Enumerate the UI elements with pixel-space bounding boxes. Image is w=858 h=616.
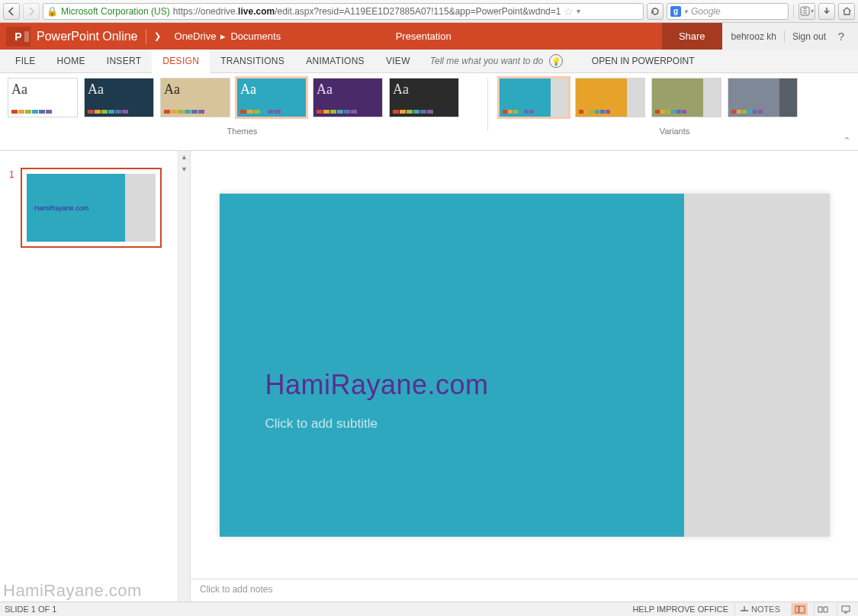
tab-animations[interactable]: ANIMATIONS bbox=[295, 50, 375, 72]
notes-toggle-button[interactable]: NOTES bbox=[734, 603, 785, 615]
downloads-button[interactable] bbox=[818, 3, 835, 20]
svg-rect-1 bbox=[24, 31, 29, 42]
svg-rect-2 bbox=[795, 606, 799, 613]
open-in-powerpoint-button[interactable]: OPEN IN POWERPOINT bbox=[592, 50, 695, 72]
sign-out-link[interactable]: Sign out bbox=[792, 31, 826, 42]
variant-option-1[interactable] bbox=[575, 78, 645, 117]
themes-group-label: Themes bbox=[8, 127, 477, 136]
svg-rect-3 bbox=[799, 606, 805, 613]
app-name: PowerPoint Online bbox=[37, 30, 138, 43]
tab-view[interactable]: VIEW bbox=[375, 50, 421, 72]
dropdown-caret-icon[interactable]: ▾ bbox=[577, 7, 580, 15]
browser-toolbar: 🔒 Microsoft Corporation (US) https://one… bbox=[0, 0, 858, 23]
tab-design[interactable]: DESIGN bbox=[152, 50, 210, 73]
theme-option-5[interactable]: Aa bbox=[389, 78, 459, 117]
share-button[interactable]: Share bbox=[662, 23, 722, 50]
slide-editor: HamiRayane.com Click to add subtitle Cli… bbox=[191, 151, 858, 602]
theme-preview-text: Aa bbox=[240, 82, 303, 98]
slideshow-view-button[interactable] bbox=[837, 603, 853, 615]
ribbon-tabs: FILE HOME INSERT DESIGN TRANSITIONS ANIM… bbox=[0, 50, 858, 73]
bookmark-menu-button[interactable]: ▾ bbox=[799, 3, 815, 20]
site-identity: Microsoft Corporation (US) bbox=[61, 6, 170, 17]
user-name[interactable]: behrooz kh bbox=[731, 31, 776, 42]
slide-thumbnail-item[interactable]: 1 HamiRayane.com bbox=[9, 168, 181, 248]
breadcrumb-folder-link[interactable]: Documents bbox=[230, 30, 281, 42]
reload-button[interactable] bbox=[647, 3, 664, 20]
scroll-up-icon[interactable]: ▲ bbox=[178, 151, 190, 163]
variant-option-0[interactable] bbox=[499, 78, 569, 117]
slide-thumbnail-title: HamiRayane.com bbox=[34, 204, 89, 212]
theme-swatch-row bbox=[240, 110, 303, 114]
slide-thumbnail-panel: 1 HamiRayane.com ▲ ▼ bbox=[0, 151, 191, 602]
bookmark-star-icon[interactable]: ☆ bbox=[564, 5, 574, 18]
theme-swatch-row bbox=[88, 110, 150, 114]
theme-preview-text: Aa bbox=[11, 82, 74, 98]
theme-option-4[interactable]: Aa bbox=[313, 78, 383, 117]
user-area: behrooz kh Sign out ? bbox=[722, 23, 858, 50]
theme-swatch-row bbox=[393, 110, 455, 114]
scroll-down-icon[interactable]: ▼ bbox=[178, 163, 190, 175]
tab-file[interactable]: FILE bbox=[5, 50, 47, 72]
slide-canvas[interactable]: HamiRayane.com Click to add subtitle bbox=[220, 194, 830, 537]
status-bar: SLIDE 1 OF 1 HELP IMPROVE OFFICE NOTES bbox=[0, 602, 858, 616]
theme-option-1[interactable]: Aa bbox=[84, 78, 154, 117]
help-button[interactable]: ? bbox=[834, 30, 849, 43]
canvas-area[interactable]: HamiRayane.com Click to add subtitle bbox=[191, 151, 858, 579]
lock-icon: 🔒 bbox=[47, 6, 58, 17]
theme-swatch-row bbox=[11, 110, 74, 114]
powerpoint-logo-icon: P bbox=[6, 27, 31, 47]
theme-preview-text: Aa bbox=[164, 82, 227, 98]
document-title[interactable]: Presentation bbox=[396, 30, 451, 42]
search-placeholder: Google bbox=[691, 6, 721, 17]
variant-option-2[interactable] bbox=[651, 78, 721, 117]
tab-insert[interactable]: INSERT bbox=[96, 50, 153, 72]
panel-scrollbar[interactable]: ▲ ▼ bbox=[178, 151, 190, 602]
theme-preview-text: Aa bbox=[88, 82, 150, 98]
home-button[interactable] bbox=[838, 3, 855, 20]
forward-button[interactable] bbox=[23, 3, 40, 20]
theme-swatch-row bbox=[317, 110, 379, 114]
svg-rect-4 bbox=[842, 606, 850, 611]
theme-swatch-row bbox=[164, 110, 227, 114]
slide-subtitle-placeholder[interactable]: Click to add subtitle bbox=[265, 416, 378, 432]
themes-gallery: AaAaAaAaAaAa bbox=[8, 78, 477, 117]
tell-me-input[interactable] bbox=[430, 56, 545, 66]
normal-view-button[interactable] bbox=[791, 603, 808, 615]
variants-group-label: Variants bbox=[499, 127, 850, 136]
theme-preview-text: Aa bbox=[317, 82, 379, 98]
variants-gallery bbox=[499, 78, 850, 117]
breadcrumb-separator-icon: ▸ bbox=[220, 30, 226, 42]
theme-option-0[interactable]: Aa bbox=[8, 78, 78, 117]
variant-option-3[interactable] bbox=[728, 78, 798, 117]
theme-option-3[interactable]: Aa bbox=[236, 78, 307, 117]
ribbon-body: AaAaAaAaAaAa Themes Variants ⌃ bbox=[0, 73, 858, 151]
url-text: https://onedrive.live.com/edit.aspx?resi… bbox=[173, 6, 561, 17]
slide-thumbnail[interactable]: HamiRayane.com bbox=[21, 168, 162, 248]
address-bar[interactable]: 🔒 Microsoft Corporation (US) https://one… bbox=[43, 3, 644, 20]
search-box[interactable]: g ▾ Google bbox=[667, 3, 789, 20]
back-button[interactable] bbox=[3, 3, 20, 20]
tab-transitions[interactable]: TRANSITIONS bbox=[210, 50, 295, 72]
google-badge-icon: g bbox=[670, 6, 681, 17]
theme-preview-text: Aa bbox=[393, 82, 455, 98]
search-engine-caret-icon[interactable]: ▾ bbox=[684, 8, 688, 15]
notes-icon bbox=[740, 605, 749, 613]
slide-counter: SLIDE 1 OF 1 bbox=[5, 605, 56, 614]
tell-me-search[interactable]: 💡 bbox=[430, 50, 575, 72]
collapse-ribbon-button[interactable]: ⌃ bbox=[844, 136, 850, 146]
account-switcher-button[interactable]: ❯ bbox=[154, 31, 161, 41]
app-titlebar: P PowerPoint Online ❯ OneDrive ▸ Documen… bbox=[0, 23, 858, 50]
slide-number: 1 bbox=[9, 168, 14, 248]
breadcrumb: OneDrive ▸ Documents bbox=[175, 30, 281, 42]
reading-view-button[interactable] bbox=[814, 603, 831, 615]
slide-title-text[interactable]: HamiRayane.com bbox=[265, 369, 489, 401]
tell-me-bulb-icon: 💡 bbox=[549, 54, 563, 68]
theme-option-2[interactable]: Aa bbox=[160, 78, 230, 117]
workspace: 1 HamiRayane.com ▲ ▼ HamiRayane.com Clic… bbox=[0, 151, 858, 602]
breadcrumb-root-link[interactable]: OneDrive bbox=[175, 30, 217, 42]
notes-area[interactable]: Click to add notes bbox=[191, 579, 858, 602]
tab-home[interactable]: HOME bbox=[47, 50, 96, 72]
help-improve-link[interactable]: HELP IMPROVE OFFICE bbox=[632, 605, 728, 614]
